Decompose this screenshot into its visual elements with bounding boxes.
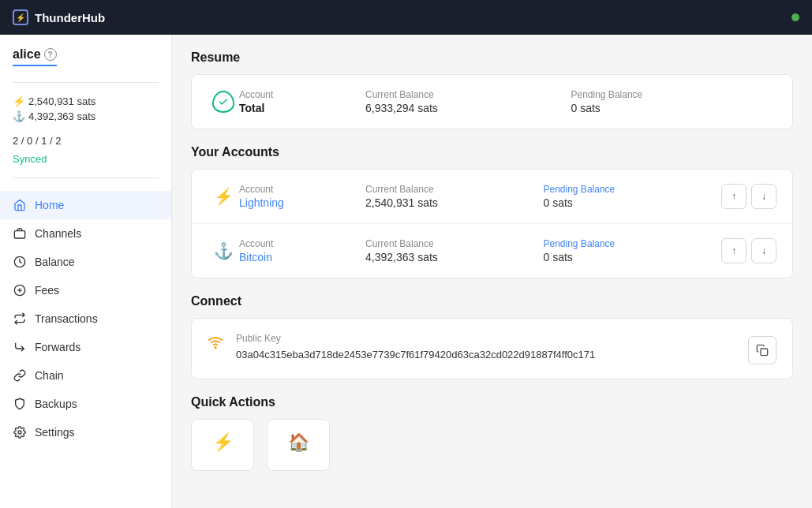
bitcoin-account-row: ⚓ Account Bitcoin Current Balance 4,392,… — [192, 224, 792, 278]
lightning-pending-value: 0 sats — [544, 196, 722, 209]
lightning-account-value: Lightning — [239, 196, 365, 209]
bitcoin-pending-label: Pending Balance — [544, 238, 722, 249]
lightning-pending-label: Pending Balance — [544, 184, 722, 195]
sidebar-item-home[interactable]: Home — [0, 191, 171, 219]
lightning-stat-icon: ⚡ — [13, 95, 25, 107]
sidebar-user-section: alice ? — [0, 47, 171, 76]
svg-rect-0 — [14, 231, 24, 238]
lightning-actions: ↑ ↓ — [721, 184, 776, 209]
sidebar: alice ? ⚡ 2,540,931 sats ⚓ 4,392,363 sat… — [0, 35, 172, 508]
sidebar-item-transactions[interactable]: Transactions — [0, 304, 171, 333]
accounts-section: Your Accounts ⚡ Account Lightning Curren… — [191, 145, 793, 278]
bitcoin-send-button[interactable]: ↑ — [721, 238, 747, 263]
bitcoin-account-label: Account — [239, 238, 365, 249]
settings-icon — [13, 425, 27, 439]
sidebar-item-home-label: Home — [35, 199, 64, 211]
bitcoin-receive-button[interactable]: ↓ — [751, 238, 776, 263]
sidebar-item-channels-label: Channels — [35, 227, 81, 240]
copy-pubkey-button[interactable] — [748, 336, 776, 364]
sidebar-username: alice ? — [13, 47, 57, 66]
resume-balance-label: Current Balance — [365, 89, 571, 100]
accounts-title: Your Accounts — [191, 145, 793, 159]
lightning-pending-col: Pending Balance 0 sats — [544, 184, 722, 209]
bitcoin-pending-col: Pending Balance 0 sats — [544, 238, 722, 263]
resume-card: Account Total Current Balance 6,933,294 … — [191, 74, 793, 129]
bitcoin-account-col: Account Bitcoin — [239, 238, 365, 263]
username-text: alice — [13, 47, 41, 62]
sidebar-divider-1 — [13, 82, 159, 83]
qa-bitcoin-icon: 🏠 — [288, 432, 309, 453]
connect-row: Public Key 03a04c315eba3d718de2453e7739c… — [192, 319, 792, 379]
lightning-balance-stat: ⚡ 2,540,931 sats — [13, 95, 159, 107]
bitcoin-account-icon: ⚓ — [208, 241, 239, 260]
qa-lightning-icon: ⚡ — [212, 432, 234, 453]
sidebar-item-fees-label: Fees — [35, 284, 59, 297]
sidebar-item-transactions-label: Transactions — [35, 312, 98, 325]
quick-actions-title: Quick Actions — [191, 395, 793, 409]
resume-section: Resume Account Total — [191, 50, 793, 129]
sidebar-item-settings-label: Settings — [35, 426, 75, 439]
bitcoin-balance-col: Current Balance 4,392,363 sats — [365, 238, 544, 263]
sidebar-item-forwards-label: Forwards — [35, 341, 80, 353]
sidebar-item-balance[interactable]: Balance — [0, 248, 171, 276]
resume-account-value: Total — [239, 102, 365, 114]
wifi-icon — [208, 334, 223, 354]
sidebar-item-balance-label: Balance — [35, 256, 75, 268]
resume-pending-label: Pending Balance — [571, 89, 777, 100]
anchor-stat-icon: ⚓ — [13, 110, 25, 122]
channels-icon — [13, 226, 27, 241]
sidebar-item-fees[interactable]: Fees — [0, 276, 171, 304]
lightning-account-row: ⚡ Account Lightning Current Balance 2,54… — [192, 170, 792, 224]
channels-ratio: 2 / 0 / 1 / 2 — [0, 132, 171, 150]
topbar: ⚡ ThunderHub — [0, 0, 812, 35]
resume-row: Account Total Current Balance 6,933,294 … — [192, 75, 792, 129]
forwards-icon — [13, 340, 27, 354]
svg-point-6 — [215, 347, 216, 349]
sidebar-item-chain-label: Chain — [35, 369, 64, 382]
bitcoin-actions: ↑ ↓ — [721, 238, 776, 263]
fees-icon — [13, 283, 27, 297]
quick-actions-section: Quick Actions ⚡ 🏠 — [191, 395, 793, 471]
sidebar-nav: Home Channels Balance — [0, 185, 171, 453]
resume-pending-col: Pending Balance 0 sats — [571, 89, 777, 114]
chain-icon — [13, 368, 27, 383]
resume-shield-icon — [208, 91, 239, 113]
resume-title: Resume — [191, 50, 793, 65]
accounts-card: ⚡ Account Lightning Current Balance 2,54… — [191, 169, 793, 278]
bitcoin-balance-value: 4,392,363 sats — [28, 110, 95, 122]
channels-ratio-value: 2 / 0 / 1 / 2 — [13, 135, 61, 147]
sidebar-item-settings[interactable]: Settings — [0, 418, 171, 446]
lightning-account-icon: ⚡ — [208, 187, 239, 206]
sidebar-item-forwards[interactable]: Forwards — [0, 333, 171, 361]
svg-rect-7 — [761, 349, 768, 356]
quick-actions-row: ⚡ 🏠 — [191, 419, 793, 471]
lightning-balance-label: Current Balance — [365, 184, 544, 195]
bitcoin-balance-label: Current Balance — [365, 238, 544, 249]
pubkey-label: Public Key — [236, 333, 735, 344]
resume-pending-value: 0 sats — [571, 102, 777, 114]
resume-balance-value: 6,933,294 sats — [365, 102, 571, 114]
sidebar-item-chain[interactable]: Chain — [0, 361, 171, 390]
bitcoin-account-value: Bitcoin — [239, 251, 365, 263]
pubkey-section: Public Key 03a04c315eba3d718de2453e7739c… — [236, 333, 735, 363]
sidebar-divider-2 — [13, 177, 159, 178]
transactions-icon — [13, 312, 27, 326]
connect-card: Public Key 03a04c315eba3d718de2453e7739c… — [191, 318, 793, 379]
sidebar-item-backups[interactable]: Backups — [0, 390, 171, 418]
lightning-balance-col: Current Balance 2,540,931 sats — [365, 184, 544, 209]
status-indicator — [791, 13, 799, 21]
lightning-send-button[interactable]: ↑ — [721, 184, 747, 209]
quick-action-lightning[interactable]: ⚡ — [191, 419, 254, 471]
bitcoin-pending-value: 0 sats — [544, 251, 722, 263]
connect-section: Connect Public Key 03a04c315eba3d718de24… — [191, 294, 793, 379]
bitcoin-balance-stat: ⚓ 4,392,363 sats — [13, 110, 159, 122]
sidebar-item-channels[interactable]: Channels — [0, 219, 171, 248]
main-layout: alice ? ⚡ 2,540,931 sats ⚓ 4,392,363 sat… — [0, 35, 812, 508]
resume-balance-col: Current Balance 6,933,294 sats — [365, 89, 571, 114]
lightning-account-label: Account — [239, 184, 365, 195]
help-icon[interactable]: ? — [44, 48, 57, 61]
home-icon — [13, 198, 27, 212]
quick-action-bitcoin[interactable]: 🏠 — [267, 419, 330, 471]
backups-icon — [13, 397, 27, 411]
lightning-receive-button[interactable]: ↓ — [751, 184, 776, 209]
